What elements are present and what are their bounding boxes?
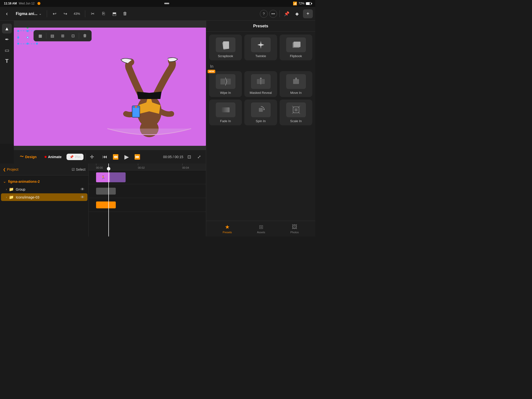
tab-photos[interactable]: 🖼 Photos bbox=[286, 223, 303, 235]
handle-mid-left[interactable] bbox=[17, 36, 19, 38]
timeline-items: ⌄ figma-animations-2 › 📁 Group 👁 › 📁 Ico… bbox=[0, 175, 88, 236]
tab-assets[interactable]: ⊞ Assets bbox=[253, 223, 269, 235]
svg-rect-9 bbox=[220, 79, 225, 84]
expand-icon: › bbox=[6, 188, 7, 191]
svg-rect-6 bbox=[223, 41, 229, 49]
delete-button[interactable]: 🗑 bbox=[121, 9, 130, 18]
group-item-label: Group bbox=[16, 187, 25, 191]
pen-tool-button[interactable]: ✒ bbox=[2, 34, 12, 44]
copy-button[interactable]: ⎘ bbox=[99, 9, 108, 18]
preset-card-spin-in[interactable]: Spin In bbox=[244, 100, 277, 125]
timeline-sidebar: ❮ Project ☑ Select ⌄ figma-animations-2 … bbox=[0, 164, 89, 236]
animate-dot-icon bbox=[45, 156, 47, 158]
orange-clip[interactable] bbox=[96, 201, 116, 208]
status-bar: 11:16 AM Wed Jun 12 📶 72% bbox=[0, 0, 315, 7]
forward-frame-button[interactable]: ⏩ bbox=[133, 152, 142, 161]
bottom-tabs: ★ Presets ⊞ Assets 🖼 Photos bbox=[206, 221, 315, 236]
current-time: 00:05 bbox=[163, 155, 172, 159]
mini-toolbar-sep bbox=[46, 33, 46, 39]
preset-card-fade-in[interactable]: Fade In bbox=[209, 100, 242, 125]
presets-tab-label: Presets bbox=[223, 231, 232, 234]
expand-button[interactable]: ⊡ bbox=[185, 153, 193, 161]
time-separator: / bbox=[173, 155, 175, 159]
canvas-content: ▦ ▤ ⊞ ⊡ 🗑 bbox=[14, 21, 206, 153]
animate-mode-button[interactable]: Animate bbox=[42, 154, 65, 160]
handle-bot-right[interactable] bbox=[36, 43, 38, 45]
folder-icon: 📁 bbox=[9, 195, 14, 200]
paste-button[interactable]: ⬒ bbox=[110, 9, 119, 18]
visibility-icon[interactable]: 👁 bbox=[81, 195, 84, 200]
preset-icon-scale-in bbox=[286, 102, 306, 117]
handle-top-mid[interactable] bbox=[27, 30, 29, 32]
svg-point-4 bbox=[135, 106, 137, 108]
fullscreen-button[interactable]: ⤢ bbox=[195, 153, 203, 161]
handle-bot-left[interactable] bbox=[17, 43, 19, 45]
total-time: 00:15 bbox=[175, 155, 183, 159]
list-item[interactable]: › 📁 Icons/image-03 👁 bbox=[1, 193, 87, 201]
crop-button[interactable]: ⊡ bbox=[68, 31, 77, 40]
project-title-label: Figma ani... bbox=[16, 12, 37, 16]
checker-button[interactable]: ▦ bbox=[36, 31, 45, 40]
back-button[interactable]: ‹ bbox=[2, 9, 11, 18]
play-button[interactable]: ▶ bbox=[122, 152, 131, 161]
zoom-button[interactable]: 43% bbox=[72, 11, 82, 17]
video-frame[interactable]: ▦ ▤ ⊞ ⊡ 🗑 bbox=[14, 28, 206, 146]
play-time-display: 00:05 / 00:15 bbox=[163, 155, 183, 159]
design-mode-button[interactable]: 〜 Design bbox=[17, 153, 40, 161]
preset-icon-twinkle bbox=[251, 37, 271, 52]
preset-card-move-in[interactable]: Move In bbox=[280, 71, 312, 97]
handle-top-left[interactable] bbox=[17, 30, 19, 32]
undo-button[interactable]: ↩ bbox=[50, 9, 59, 18]
help-button[interactable]: ? bbox=[260, 10, 268, 18]
add-element-button[interactable]: + bbox=[303, 9, 313, 18]
back-frame-button[interactable]: ⏪ bbox=[111, 152, 120, 161]
project-nav-button[interactable]: ❮ Project bbox=[3, 167, 18, 171]
handle-center[interactable] bbox=[27, 36, 29, 38]
more-options-button[interactable]: ••• bbox=[269, 10, 277, 18]
audio-clip[interactable] bbox=[96, 188, 116, 195]
top-toolbar: ‹ Figma ani... ⌄ ↩ ↪ 43% ✂ ⎘ ⬒ 🗑 ? ••• 📌… bbox=[0, 7, 315, 21]
list-item[interactable]: › 📁 Group 👁 bbox=[1, 185, 87, 193]
preset-card-scrapbook[interactable]: Scrapbook bbox=[209, 34, 242, 60]
select-button[interactable]: ☑ Select bbox=[72, 167, 85, 171]
tab-presets[interactable]: ★ Presets bbox=[219, 223, 236, 235]
preset-icon-fade-in bbox=[216, 102, 235, 117]
preset-card-flipbook[interactable]: Flipbook bbox=[280, 34, 312, 60]
preset-label-scale-in: Scale In bbox=[290, 119, 302, 123]
rect-tool-button[interactable]: ▭ bbox=[2, 45, 12, 55]
presets-scrapbook-grid: Scrapbook Twinkle Flipbook bbox=[209, 34, 312, 60]
battery-icon bbox=[306, 2, 311, 5]
shape-tool-button[interactable]: ◆ bbox=[293, 9, 301, 18]
select-tool-button[interactable]: ▲ bbox=[2, 24, 12, 33]
battery-percent: 72% bbox=[299, 2, 304, 5]
photos-tab-icon: 🖼 bbox=[292, 224, 297, 230]
mini-delete-button[interactable]: 🗑 bbox=[81, 31, 89, 40]
preset-card-scale-in[interactable]: Scale In bbox=[280, 100, 312, 125]
frame-button[interactable]: ⊞ bbox=[58, 31, 67, 40]
video-clip[interactable]: 🏃 bbox=[96, 172, 126, 182]
playhead bbox=[108, 164, 109, 236]
list-item[interactable]: ⌄ figma-animations-2 bbox=[1, 178, 87, 185]
ruler-mark-1: 00:02 bbox=[138, 164, 145, 170]
project-title-button[interactable]: Figma ani... ⌄ bbox=[13, 10, 44, 17]
pin-mode-button[interactable]: 📌 Pin bbox=[66, 154, 83, 160]
preset-card-wipe-in[interactable]: NEW Wipe In bbox=[209, 71, 242, 97]
preset-card-masked-reveal[interactable]: Masked Reveal bbox=[244, 71, 277, 97]
preset-label-spin-in: Spin In bbox=[256, 119, 266, 123]
redo-button[interactable]: ↪ bbox=[61, 9, 70, 18]
rewind-button[interactable]: ⏮ bbox=[100, 152, 109, 161]
move-playhead-button[interactable]: ✛ bbox=[88, 152, 97, 161]
align-button[interactable]: ▤ bbox=[48, 31, 57, 40]
canvas-area: ▦ ▤ ⊞ ⊡ 🗑 bbox=[14, 21, 206, 153]
visibility-icon[interactable]: 👁 bbox=[81, 187, 84, 192]
presets-header: Presets bbox=[206, 21, 315, 32]
preset-card-twinkle[interactable]: Twinkle bbox=[244, 34, 277, 60]
rotation-handle[interactable] bbox=[27, 28, 29, 29]
preset-icon-masked-reveal bbox=[251, 74, 271, 89]
figure-illustration bbox=[107, 47, 191, 146]
handle-bot-mid[interactable] bbox=[27, 43, 29, 45]
text-tool-button[interactable]: T bbox=[2, 56, 12, 66]
toolbar-separator bbox=[47, 10, 47, 17]
cut-button[interactable]: ✂ bbox=[88, 9, 97, 18]
pin-tool-button[interactable]: 📌 bbox=[282, 9, 291, 18]
